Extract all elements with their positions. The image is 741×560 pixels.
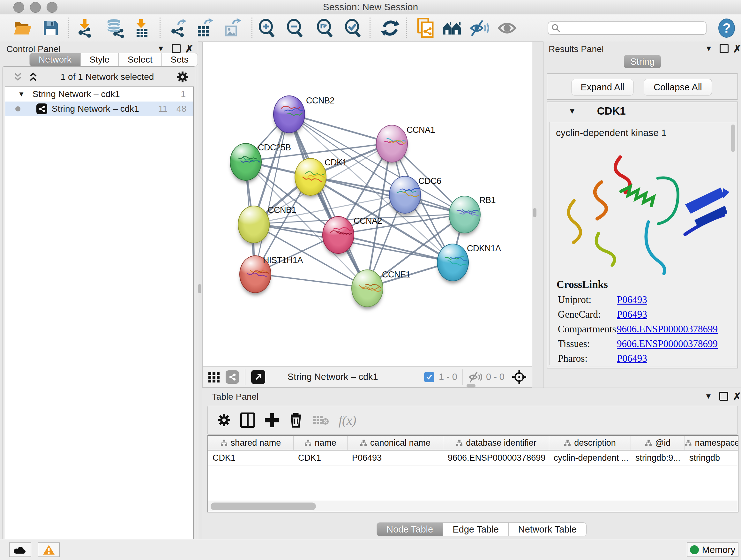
import-table-file-button[interactable] [131,18,151,38]
collection-caret-icon[interactable]: ▼ [18,90,25,98]
table-cell[interactable]: cyclin-dependent ... [549,450,631,465]
column-header-canonical-name[interactable]: canonical name [347,436,443,450]
collapse-all-button[interactable]: Collapse All [644,79,712,96]
network-node-ccna2[interactable] [322,216,354,254]
network-node-cdk1[interactable] [294,158,327,196]
expand-all-networks-icon[interactable] [13,72,23,82]
control-panel-collapse-icon[interactable]: ▼ [157,44,165,53]
selected-checkbox-icon[interactable] [424,372,434,382]
memory-status-dot-icon [690,545,699,554]
import-network-file-button[interactable] [75,18,94,38]
new-network-from-selection-button[interactable] [415,18,435,38]
tab-select[interactable]: Select [119,53,162,66]
results-panel-collapse-icon[interactable]: ▼ [705,44,713,53]
network-node-ccnb2[interactable] [273,96,305,133]
network-share-icon[interactable] [226,370,239,384]
crosslink-link[interactable]: P06493 [617,294,647,306]
network-node-ccnb1[interactable] [238,206,270,243]
tab-style[interactable]: Style [81,53,119,66]
results-panel-close-icon[interactable]: ✗ [733,43,741,55]
network-row[interactable]: String Network – cdk1 11 48 [5,102,193,116]
network-node-cdc6[interactable] [389,176,421,213]
eye-button[interactable] [497,18,517,38]
right-splitter-handle[interactable] [533,208,536,217]
network-node-cdkn1a[interactable] [437,244,469,281]
column-header-database-identifier[interactable]: database identifier [443,436,549,450]
column-header-shared-name[interactable]: shared name [208,436,293,450]
table-cell[interactable]: P06493 [347,450,443,465]
crosslink-link[interactable]: P06493 [617,353,647,364]
left-splitter-handle[interactable] [198,284,201,293]
table-panel-float-icon[interactable] [719,392,728,401]
zoom-in-button[interactable] [257,18,276,38]
gene-collapse-caret-icon[interactable]: ▼ [568,107,576,116]
column-header-name[interactable]: name [293,436,347,450]
bottom-splitter-handle[interactable] [467,384,475,388]
table-panel-close-icon[interactable]: ✗ [733,390,741,402]
open-session-button[interactable] [13,18,32,38]
cloud-button[interactable] [9,543,31,557]
table-row[interactable]: CDK1CDK1P064939606.ENSP00000378699cyclin… [208,450,738,465]
birds-eye-view-icon[interactable] [251,370,265,384]
table-settings-gear-icon[interactable] [217,414,231,427]
show-hide-graphics-details-button[interactable] [470,18,489,38]
memory-button[interactable]: Memory [687,543,738,557]
network-canvas[interactable]: CCNB2CCNA1CDC25BCDK1CDC6RB1CCNB1CCNA2CDK… [202,42,532,367]
show-columns-icon[interactable] [240,413,255,428]
column-header-namespace[interactable]: namespace [685,436,738,450]
scrollbar-thumb[interactable] [211,503,316,510]
first-neighbors-button[interactable] [442,18,462,38]
delete-column-icon[interactable] [289,412,303,428]
network-node-rb1[interactable] [449,196,481,233]
table-panel-collapse-icon[interactable]: ▼ [704,392,712,401]
crosslink-link[interactable]: 9606.ENSP00000378699 [617,338,718,350]
network-collection-row[interactable]: ▼ String Network – cdk1 1 [5,87,193,102]
warnings-button[interactable] [38,543,60,557]
network-node-ccna1[interactable] [376,125,408,163]
tab-network[interactable]: Network [29,53,81,66]
results-panel-float-icon[interactable] [720,44,729,53]
control-panel-float-icon[interactable] [172,44,181,53]
tab-node-table[interactable]: Node Table [377,522,443,537]
tab-sets[interactable]: Sets [162,53,198,66]
tab-network-table[interactable]: Network Table [509,522,587,537]
table-cell[interactable]: CDK1 [293,450,347,465]
save-session-button[interactable] [41,18,61,38]
zoom-out-button[interactable] [285,18,305,38]
zoom-selected-button[interactable] [343,18,362,38]
grid-view-icon[interactable] [208,371,220,383]
table-cell[interactable]: stringdb [685,450,738,465]
network-node-ccne1[interactable] [351,269,383,307]
table-horizontal-scrollbar[interactable] [208,501,738,512]
network-node-cdc25b[interactable] [230,143,262,181]
column-header--id[interactable]: @id [631,436,685,450]
crosslink-link[interactable]: P06493 [617,309,647,320]
column-type-icon [360,439,367,446]
expand-all-button[interactable]: Expand All [571,79,633,96]
eye-icon [497,21,517,35]
collapse-all-networks-icon[interactable] [28,72,38,82]
search-input[interactable] [548,21,706,35]
column-type-icon [564,439,571,446]
network-options-gear-icon[interactable] [177,71,189,83]
export-network-button[interactable] [169,18,188,38]
tab-string[interactable]: String [624,55,661,68]
import-network-database-button[interactable] [105,18,125,38]
export-image-button[interactable] [222,18,242,38]
results-scrollbar[interactable] [731,125,735,152]
tab-edge-table[interactable]: Edge Table [443,522,509,537]
column-header-description[interactable]: description [549,436,631,450]
crosslink-link[interactable]: 9606.ENSP00000378699 [617,323,718,335]
export-table-button[interactable] [195,18,214,38]
table-cell[interactable]: CDK1 [208,450,293,465]
table-cell[interactable]: stringdb:9... [631,450,685,465]
help-button[interactable]: ? [717,18,737,38]
zoom-fit-button[interactable] [315,18,334,38]
add-column-icon[interactable] [265,413,279,428]
table-cell[interactable]: 9606.ENSP00000378699 [443,450,549,465]
fit-content-crosshair-icon[interactable] [512,369,527,385]
refresh-button[interactable] [381,18,400,38]
selected-count: 1 - 0 [439,372,457,382]
network-edge-count: 48 [177,104,186,114]
hidden-eye-icon [469,371,483,383]
